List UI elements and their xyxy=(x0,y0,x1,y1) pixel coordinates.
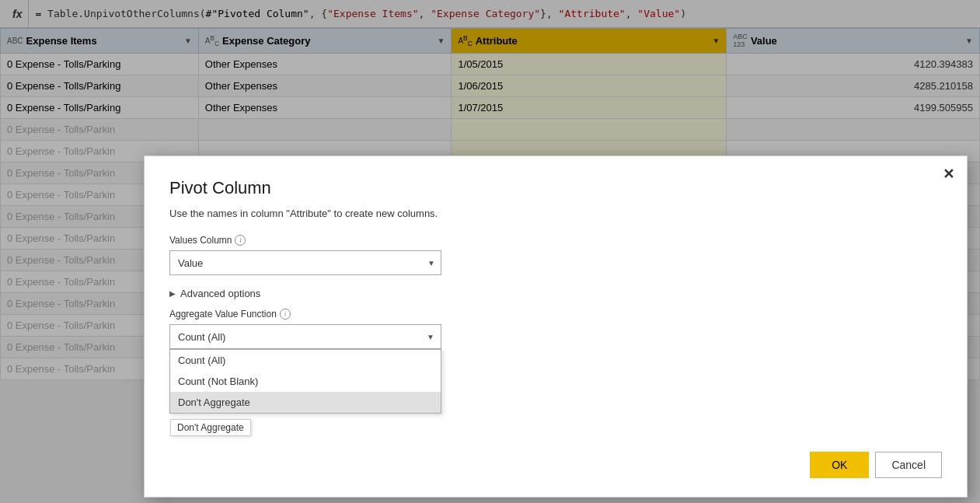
aggregate-dropdown-arrow: ▼ xyxy=(427,333,434,341)
ok-button[interactable]: OK xyxy=(810,452,869,478)
aggregate-dropdown-list: Count (All) Count (Not Blank) Don't Aggr… xyxy=(169,349,441,414)
values-column-select-wrapper: Value ▼ xyxy=(169,250,441,275)
aggregate-function-info-icon[interactable]: i xyxy=(280,309,291,320)
dropdown-item-count-not-blank[interactable]: Count (Not Blank) xyxy=(170,371,441,392)
dropdown-item-dont-aggregate[interactable]: Don't Aggregate Don't Aggregate xyxy=(170,392,441,413)
dialog-title: Pivot Column xyxy=(169,178,942,198)
aggregate-selected-value: Count (All) xyxy=(178,331,225,343)
dropdown-item-count-all[interactable]: Count (All) xyxy=(170,350,441,371)
advanced-options-triangle-icon: ▶ xyxy=(169,289,176,298)
dialog-footer: OK Cancel xyxy=(810,452,942,478)
advanced-options-label: Advanced options xyxy=(180,288,260,299)
dont-aggregate-tooltip: Don't Aggregate xyxy=(170,419,251,436)
pivot-column-dialog: ✕ Pivot Column Use the names in column "… xyxy=(144,155,968,498)
dialog-close-button[interactable]: ✕ xyxy=(943,166,954,183)
cancel-button[interactable]: Cancel xyxy=(875,452,942,478)
dialog-subtitle: Use the names in column "Attribute" to c… xyxy=(169,208,942,219)
aggregate-function-label: Aggregate Value Function i xyxy=(169,309,942,320)
aggregate-dropdown-container: Count (All) ▼ Count (All) Count (Not Bla… xyxy=(169,324,441,349)
advanced-options-toggle[interactable]: ▶ Advanced options xyxy=(169,288,942,299)
values-column-info-icon[interactable]: i xyxy=(235,235,246,246)
aggregate-dropdown-display[interactable]: Count (All) ▼ xyxy=(169,324,441,349)
values-column-label: Values Column i xyxy=(169,235,942,246)
values-column-select[interactable]: Value xyxy=(169,250,441,275)
